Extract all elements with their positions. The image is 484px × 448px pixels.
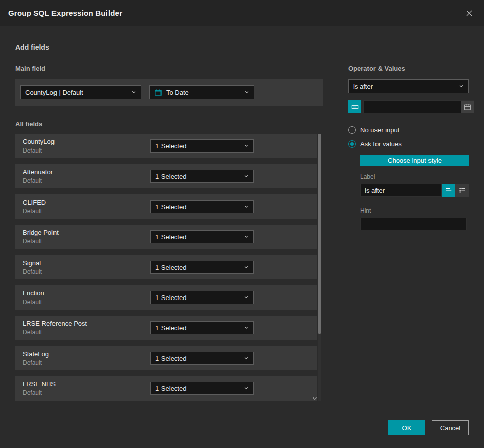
field-info: Signal Default [23, 259, 150, 275]
hint-input[interactable] [361, 218, 466, 230]
main-field-label: Main field [15, 65, 323, 72]
date-field-select-value: To Date [166, 89, 240, 96]
chevron-down-icon [244, 90, 249, 95]
field-values-select[interactable]: 1 Selected [150, 261, 254, 274]
field-row: StateLog Default 1 Selected [15, 346, 317, 370]
field-info: Bridge Point Default [23, 229, 150, 245]
field-values-select[interactable]: 1 Selected [150, 321, 254, 334]
radio-ask-for-values[interactable]: Ask for values [348, 140, 469, 148]
chevron-down-icon [244, 204, 249, 209]
field-values-select-value: 1 Selected [155, 324, 240, 332]
field-subtitle: Default [23, 208, 150, 215]
value-input-wrap [363, 100, 474, 113]
field-values-select[interactable]: 1 Selected [150, 352, 254, 365]
field-row: CountyLog Default 1 Selected [15, 134, 317, 158]
calendar-picker-button[interactable] [461, 101, 474, 113]
field-name: Bridge Point [23, 229, 150, 236]
field-info: CountyLog Default [23, 138, 150, 154]
field-row: LRSE NHS Default 1 Selected [15, 376, 317, 401]
scroll-down-button[interactable] [311, 395, 319, 402]
chevron-down-icon [312, 395, 318, 402]
field-values-select-value: 1 Selected [155, 142, 240, 150]
field-subtitle: Default [23, 147, 150, 154]
field-row: Friction Default 1 Selected [15, 285, 317, 310]
field-name: Attenuator [23, 168, 150, 176]
field-info: Attenuator Default [23, 168, 150, 184]
field-values-select[interactable]: 1 Selected [150, 170, 254, 183]
label-input[interactable] [361, 184, 441, 196]
field-name: CountyLog [23, 138, 150, 145]
ask-for-values-options: Choose input style Label Hint [360, 155, 469, 230]
main-field-panel: CountyLog | Default To Date [15, 79, 323, 106]
group-sql-expression-builder-dialog: Group SQL Expression Builder Add fields … [0, 0, 484, 448]
vertical-divider [334, 60, 334, 405]
field-info: CLIFED Default [23, 198, 150, 215]
value-type-button[interactable] [348, 100, 361, 113]
field-values-select-value: 1 Selected [155, 355, 240, 362]
field-values-select[interactable]: 1 Selected [150, 291, 254, 304]
field-values-select[interactable]: 1 Selected [150, 230, 254, 243]
list-icon [459, 187, 466, 194]
field-values-select-value: 1 Selected [155, 385, 240, 392]
hint-input-wrap [360, 218, 467, 230]
all-fields-list: CountyLog Default 1 Selected Attenuator … [15, 134, 317, 401]
hint-field-label: Hint [360, 207, 469, 214]
field-subtitle: Default [23, 359, 150, 366]
input-style-list-button[interactable] [455, 184, 469, 197]
field-info: StateLog Default [23, 350, 150, 366]
operator-values-heading: Operator & Values [348, 65, 469, 72]
field-values-select[interactable]: 1 Selected [150, 382, 254, 395]
field-name: Friction [23, 289, 150, 297]
input-style-single-button[interactable] [442, 184, 455, 197]
date-field-select[interactable]: To Date [149, 85, 254, 99]
close-button[interactable] [463, 7, 476, 20]
calendar-icon [154, 89, 162, 96]
radio-no-user-input[interactable]: No user input [348, 126, 469, 134]
field-values-select[interactable]: 1 Selected [150, 139, 254, 153]
field-subtitle: Default [23, 268, 150, 275]
label-input-row [360, 184, 469, 197]
chevron-down-icon [244, 295, 249, 300]
radio-label: Ask for values [360, 140, 402, 148]
radio-label: No user input [360, 126, 399, 134]
field-values-select-value: 1 Selected [155, 294, 240, 302]
all-fields-label: All fields [15, 120, 323, 128]
chevron-down-icon [244, 386, 249, 391]
value-input[interactable] [364, 101, 461, 113]
fields-scrollbar [318, 134, 321, 401]
field-row: Bridge Point Default 1 Selected [15, 225, 317, 249]
chevron-down-icon [244, 325, 249, 330]
field-name: StateLog [23, 350, 150, 358]
field-info: Friction Default [23, 289, 150, 306]
input-value-icon [351, 103, 359, 111]
chevron-down-icon [459, 84, 464, 89]
label-field-label: Label [360, 173, 469, 180]
chevron-down-icon [244, 174, 249, 179]
field-values-select-value: 1 Selected [155, 233, 240, 241]
field-subtitle: Default [23, 238, 150, 245]
choose-input-style-button[interactable]: Choose input style [360, 155, 469, 166]
field-values-select-value: 1 Selected [155, 173, 240, 180]
scrollbar-thumb[interactable] [318, 134, 321, 334]
chevron-down-icon [244, 265, 249, 270]
close-icon [465, 9, 473, 17]
field-name: CLIFED [23, 198, 150, 206]
add-fields-heading: Add fields [15, 43, 49, 52]
radio-selected-icon [348, 140, 356, 148]
field-info: LRSE NHS Default [23, 380, 150, 396]
field-subtitle: Default [23, 329, 150, 336]
field-info: LRSE Reference Post Default [23, 320, 150, 336]
field-name: LRSE NHS [23, 380, 150, 388]
operator-select[interactable]: is after [348, 79, 469, 93]
field-values-select[interactable]: 1 Selected [150, 200, 254, 213]
align-left-icon [445, 187, 452, 194]
value-input-row [348, 100, 469, 113]
operator-select-value: is after [353, 83, 455, 90]
field-subtitle: Default [23, 389, 150, 396]
field-values-select-value: 1 Selected [155, 264, 240, 271]
cancel-button[interactable]: Cancel [432, 420, 469, 435]
ok-button[interactable]: OK [388, 420, 425, 435]
main-field-select[interactable]: CountyLog | Default [20, 85, 141, 99]
field-row: Signal Default 1 Selected [15, 255, 317, 279]
field-name: Signal [23, 259, 150, 267]
